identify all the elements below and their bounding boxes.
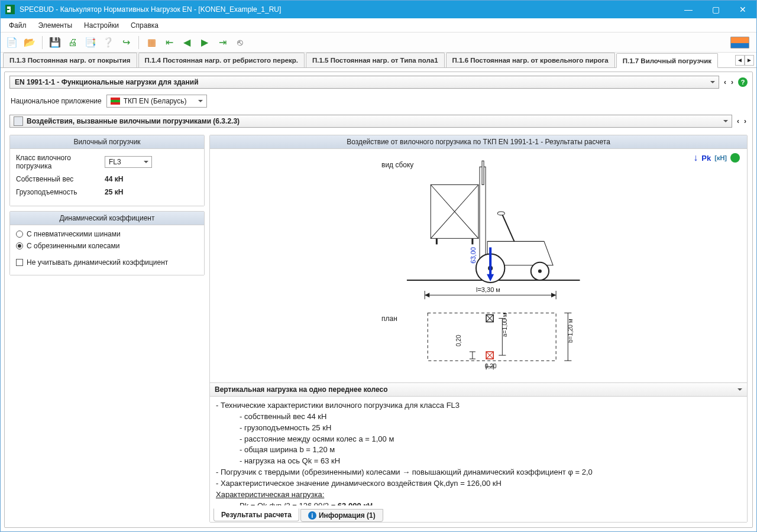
- actions-prev-icon[interactable]: ‹: [736, 117, 740, 125]
- national-annex-label: Национальное приложение: [11, 97, 102, 105]
- app-icon: [5, 5, 15, 14]
- window-controls: — ▢ ✕: [675, 1, 756, 18]
- tab-p15[interactable]: П.1.5 Постоянная нагр. от Типа пола1: [306, 53, 445, 67]
- exit-icon[interactable]: ↪: [118, 35, 134, 50]
- forklift-panel: Вилочный погрузчик Класс вилочного погру…: [9, 135, 205, 206]
- menu-settings[interactable]: Настройки: [78, 18, 125, 32]
- forklift-panel-title: Вилочный погрузчик: [10, 135, 204, 149]
- close-button[interactable]: ✕: [729, 1, 756, 18]
- checkbox-ignore-dynamic[interactable]: Не учитывать динамический коэффициент: [16, 258, 198, 267]
- dim-l-label: l=3,30 м: [476, 286, 500, 293]
- dim-b-label: b=1,20 м: [567, 319, 574, 343]
- maximize-button[interactable]: ▢: [702, 1, 729, 18]
- radio-pneumatic[interactable]: С пневматическими шинами: [16, 230, 198, 238]
- radio-solid[interactable]: С обрезиненными колесами: [16, 242, 198, 250]
- export-word-icon[interactable]: 📑: [83, 35, 98, 50]
- menu-elements[interactable]: Элементы: [33, 18, 79, 32]
- self-weight-value: 44 кН: [105, 175, 123, 183]
- separator: [42, 36, 43, 49]
- capacity-label: Грузоподъемность: [16, 188, 105, 196]
- tab-p17[interactable]: П.1.7 Вилочный погрузчик: [616, 53, 718, 68]
- menu-file[interactable]: Файл: [3, 18, 33, 32]
- class-value: FL3: [109, 158, 121, 166]
- info-icon: i: [308, 511, 316, 520]
- flag-icon: [111, 98, 120, 105]
- save-icon[interactable]: 💾: [47, 35, 63, 50]
- formula-result: 63,000 кН: [338, 501, 373, 505]
- document-tabstrip: П.1.3 Постоянная нагр. от покрытия П.1.4…: [1, 53, 756, 68]
- radio-icon: [16, 231, 23, 238]
- print-icon[interactable]: 🖨: [65, 35, 80, 50]
- class-label: Класс вилочного погрузчика: [16, 154, 105, 170]
- open-file-icon[interactable]: 📂: [22, 35, 37, 50]
- minimize-button[interactable]: —: [675, 1, 702, 18]
- calc-formula: Pk = Qk,dyn /2 = 126,00/2 = 63,000 кН: [216, 501, 741, 505]
- content-area: EN 1991-1-1 - Функциональные нагрузки дл…: [4, 72, 753, 528]
- tab-p13[interactable]: П.1.3 Постоянная нагр. от покрытия: [3, 53, 137, 67]
- new-file-icon[interactable]: 📄: [4, 35, 20, 50]
- national-annex-value: ТКП EN (Беларусь): [124, 97, 187, 105]
- calculation-text: - Технические характеристики вилочного п…: [210, 397, 747, 505]
- tab-info[interactable]: i Информация (1): [300, 509, 383, 522]
- calc-line: - Характеристическое значение динамическ…: [216, 478, 741, 489]
- vertical-load-section[interactable]: Вертикальная нагрузка на одно переднее к…: [210, 382, 747, 397]
- add-right-icon[interactable]: ▶: [197, 35, 212, 50]
- tabstrip-prev-icon[interactable]: ◄: [735, 55, 745, 66]
- add-left-icon[interactable]: ◀: [179, 35, 195, 50]
- calc-line: - нагрузка на ось Qk = 63 кН: [216, 456, 741, 467]
- calc-line: - расстояние между осями колес a = 1,00 …: [216, 434, 741, 445]
- calc-line: - общая ширина b = 1,20 м: [216, 445, 741, 456]
- results-title: Воздействие от вилочного погрузчика по Т…: [210, 135, 747, 149]
- standard-help-icon[interactable]: ?: [738, 77, 748, 87]
- actions-combo[interactable]: Воздействия, вызванные вилочными погрузч…: [9, 115, 732, 128]
- calc-line: Характеристическая нагрузка:: [216, 489, 741, 501]
- bottom-tabstrip: Результаты расчета i Информация (1): [210, 505, 747, 522]
- standard-combo-label: EN 1991-1-1 - Функциональные нагрузки дл…: [15, 78, 199, 86]
- class-select[interactable]: FL3: [105, 156, 152, 168]
- self-weight-label: Собственный вес: [16, 175, 105, 183]
- tab-results[interactable]: Результаты расчета: [213, 508, 299, 521]
- checkbox-icon: [16, 259, 23, 266]
- forklift-group-icon: [14, 116, 23, 126]
- dynamic-coef-title: Динамический коэффициент: [10, 212, 204, 225]
- grid-icon[interactable]: ▦: [144, 35, 159, 50]
- formula-lhs: Pk = Qk,dyn /2 = 126,00/2 =: [240, 501, 338, 505]
- toolbar: 📄 📂 💾 🖨 📑 ❔ ↪ ▦ ⇤ ◀ ▶ ⇥ ⎋: [1, 33, 756, 53]
- calc-line: - грузоподъемность 25 кН: [216, 423, 741, 434]
- calc-line: - собственный вес 44 кН: [216, 411, 741, 423]
- tabstrip-next-icon[interactable]: ►: [745, 55, 754, 66]
- calc-line: - Погрузчик с твердыми (обрезиненными) к…: [216, 467, 741, 478]
- input-pane: Вилочный погрузчик Класс вилочного погру…: [9, 135, 205, 523]
- axle-load-label: 63,00: [470, 247, 477, 264]
- capacity-value: 25 кН: [105, 188, 123, 196]
- national-annex-select[interactable]: ТКП EN (Беларусь): [106, 95, 207, 108]
- tab-p16[interactable]: П.1.6 Постоянная нагр. от кровельного пи…: [446, 53, 615, 67]
- svg-rect-7: [482, 161, 484, 184]
- tab-p14[interactable]: П.1.4 Постоянная нагр. от ребристого пер…: [138, 53, 305, 67]
- standard-combo[interactable]: EN 1991-1-1 - Функциональные нагрузки дл…: [9, 76, 719, 89]
- radio-solid-label: С обрезиненными колесами: [27, 242, 119, 250]
- actions-combo-label: Воздействия, вызванные вилочными погрузч…: [27, 117, 240, 125]
- help-icon[interactable]: ❔: [101, 35, 116, 50]
- svg-point-14: [538, 270, 542, 273]
- tab-info-label: Информация (1): [319, 511, 376, 520]
- calc-line: - Технические характеристики вилочного п…: [216, 400, 741, 411]
- forklift-diagram: 63,00: [210, 149, 747, 385]
- actions-next-icon[interactable]: ›: [743, 117, 748, 125]
- standard-next-icon[interactable]: ›: [730, 78, 735, 86]
- radio-icon: [16, 242, 23, 249]
- dim-020a-label: 0,20: [485, 363, 496, 369]
- diagram-area: ↓ Pk [кН] вид сбоку план: [210, 149, 747, 382]
- standard-prev-icon[interactable]: ‹: [723, 78, 727, 86]
- add-last-icon[interactable]: ⇥: [215, 35, 230, 50]
- menu-help[interactable]: Справка: [125, 18, 164, 32]
- brand-logo-icon: [730, 37, 749, 48]
- svg-point-10: [497, 212, 504, 215]
- dim-a-label: a=1,00 м: [502, 313, 508, 337]
- delete-tab-icon[interactable]: ⎋: [232, 35, 248, 50]
- checkbox-ignore-dynamic-label: Не учитывать динамический коэффициент: [27, 258, 168, 267]
- add-first-icon[interactable]: ⇤: [161, 35, 177, 50]
- dynamic-coef-panel: Динамический коэффициент С пневматически…: [9, 211, 205, 275]
- separator: [138, 36, 139, 49]
- dim-020b-label: 0,20: [455, 335, 462, 346]
